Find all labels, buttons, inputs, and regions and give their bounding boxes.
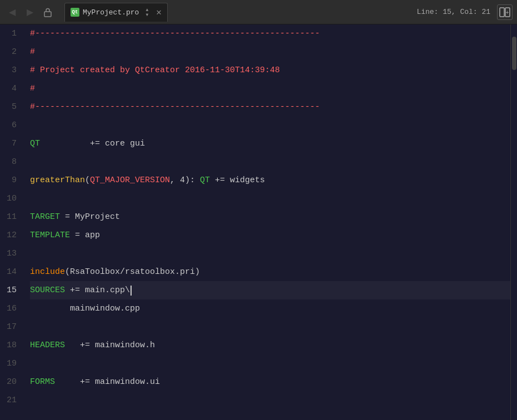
lock-icon bbox=[43, 7, 52, 17]
title-bar-right: Line: 15, Col: 21 + bbox=[416, 4, 513, 20]
line-number-13: 13 bbox=[0, 244, 17, 263]
code-line-14: include(RsaToolbox/rsatoolbox.pri) bbox=[30, 263, 510, 281]
svg-rect-1 bbox=[500, 8, 504, 17]
line-number-2: 2 bbox=[0, 43, 17, 61]
token-plain: ( bbox=[85, 171, 90, 189]
scrollbar[interactable] bbox=[510, 24, 517, 420]
token-plain: , 4): bbox=[170, 171, 200, 189]
code-line-4: # bbox=[30, 79, 510, 98]
code-line-5: #---------------------------------------… bbox=[30, 98, 510, 116]
lock-button[interactable] bbox=[40, 4, 56, 20]
token-keyword-green: QT bbox=[200, 171, 210, 189]
token-plain: += mainwindow.h bbox=[65, 336, 155, 354]
token-keyword-green: QT bbox=[30, 134, 40, 153]
token-plain: += mainwindow.ui bbox=[55, 373, 160, 391]
code-area[interactable]: #---------------------------------------… bbox=[23, 24, 510, 420]
code-line-9: greaterThan(QT_MAJOR_VERSION, 4): QT += … bbox=[30, 171, 510, 189]
line-number-14: 14 bbox=[0, 263, 17, 281]
token-plain: (RsaToolbox/rsatoolbox.pri) bbox=[65, 263, 200, 281]
split-editor-button[interactable]: + bbox=[497, 4, 513, 20]
nav-forward-button[interactable]: ▶ bbox=[22, 4, 38, 20]
text-cursor bbox=[130, 286, 132, 296]
token-keyword-green: FORMS bbox=[30, 373, 55, 391]
line-number-16: 16 bbox=[0, 299, 17, 318]
token-paren-content: QT_MAJOR_VERSION bbox=[90, 171, 170, 189]
svg-rect-0 bbox=[44, 12, 51, 17]
line-number-5: 5 bbox=[0, 98, 17, 116]
code-line-21 bbox=[30, 391, 510, 409]
line-number-19: 19 bbox=[0, 354, 17, 373]
line-number-10: 10 bbox=[0, 189, 17, 208]
nav-buttons: ◀ ▶ bbox=[4, 4, 56, 20]
token-comment: # bbox=[30, 79, 35, 98]
tab-arrow-up[interactable]: ▲ bbox=[145, 8, 148, 12]
token-plain: = MyProject bbox=[60, 208, 120, 226]
code-line-2: # bbox=[30, 43, 510, 61]
token-comment: # Project created by QtCreator 2016-11-3… bbox=[30, 61, 280, 79]
code-line-8 bbox=[30, 153, 510, 171]
line-number-7: 7 bbox=[0, 134, 17, 153]
code-line-7: QT += core gui bbox=[30, 134, 510, 153]
split-icon: + bbox=[499, 7, 510, 17]
code-line-17 bbox=[30, 318, 510, 336]
token-keyword-green: TARGET bbox=[30, 208, 60, 226]
tab-area: Qt MyProject.pro ▲ ▼ ✕ bbox=[64, 3, 412, 22]
token-plain: += core gui bbox=[40, 134, 145, 153]
tab-arrows: ▲ ▼ bbox=[145, 8, 148, 17]
line-number-1: 1 bbox=[0, 24, 17, 43]
line-number-6: 6 bbox=[0, 116, 17, 134]
token-plain: += main.cpp\ bbox=[65, 281, 130, 299]
token-keyword-green: TEMPLATE bbox=[30, 226, 70, 244]
code-line-18: HEADERS += mainwindow.h bbox=[30, 336, 510, 354]
code-line-13 bbox=[30, 244, 510, 263]
token-comment: # bbox=[30, 43, 35, 61]
code-line-6 bbox=[30, 116, 510, 134]
token-plain: mainwindow.cpp bbox=[30, 299, 140, 318]
tab-arrow-down[interactable]: ▼ bbox=[145, 13, 148, 17]
line-numbers: 123456789101112131415161718192021 bbox=[0, 24, 23, 420]
qt-file-icon: Qt bbox=[71, 8, 79, 17]
line-number-8: 8 bbox=[0, 153, 17, 171]
code-line-3: # Project created by QtCreator 2016-11-3… bbox=[30, 61, 510, 79]
code-line-20: FORMS += mainwindow.ui bbox=[30, 373, 510, 391]
token-keyword-green: HEADERS bbox=[30, 336, 65, 354]
line-number-4: 4 bbox=[0, 79, 17, 98]
tab-label: MyProject.pro bbox=[83, 8, 139, 17]
code-line-16: mainwindow.cpp bbox=[30, 299, 510, 318]
editor: 123456789101112131415161718192021 #-----… bbox=[0, 24, 517, 420]
token-func-yellow: greaterThan bbox=[30, 171, 85, 189]
line-number-11: 11 bbox=[0, 208, 17, 226]
file-tab[interactable]: Qt MyProject.pro ▲ ▼ ✕ bbox=[64, 3, 168, 22]
code-line-11: TARGET = MyProject bbox=[30, 208, 510, 226]
token-keyword-green: SOURCES bbox=[30, 281, 65, 299]
code-line-10 bbox=[30, 189, 510, 208]
token-plain: = app bbox=[70, 226, 100, 244]
line-number-15: 15 bbox=[0, 281, 17, 299]
line-number-20: 20 bbox=[0, 373, 17, 391]
scrollbar-thumb[interactable] bbox=[512, 37, 516, 70]
code-line-12: TEMPLATE = app bbox=[30, 226, 510, 244]
line-number-21: 21 bbox=[0, 391, 17, 409]
code-line-15: SOURCES += main.cpp\ bbox=[30, 281, 510, 299]
token-keyword-orange: include bbox=[30, 263, 65, 281]
code-line-19 bbox=[30, 354, 510, 373]
svg-text:+: + bbox=[506, 9, 509, 16]
token-comment: #---------------------------------------… bbox=[30, 98, 320, 116]
line-number-9: 9 bbox=[0, 171, 17, 189]
tab-close-button[interactable]: ✕ bbox=[156, 7, 162, 18]
token-plain: += widgets bbox=[210, 171, 265, 189]
line-number-12: 12 bbox=[0, 226, 17, 244]
code-line-1: #---------------------------------------… bbox=[30, 24, 510, 43]
line-number-3: 3 bbox=[0, 61, 17, 79]
token-comment: #---------------------------------------… bbox=[30, 24, 320, 43]
line-number-18: 18 bbox=[0, 336, 17, 354]
cursor-position: Line: 15, Col: 21 bbox=[416, 8, 490, 16]
title-bar: ◀ ▶ Qt MyProject.pro ▲ ▼ ✕ Line: 15, Col… bbox=[0, 0, 517, 24]
line-number-17: 17 bbox=[0, 318, 17, 336]
nav-back-button[interactable]: ◀ bbox=[4, 4, 20, 20]
